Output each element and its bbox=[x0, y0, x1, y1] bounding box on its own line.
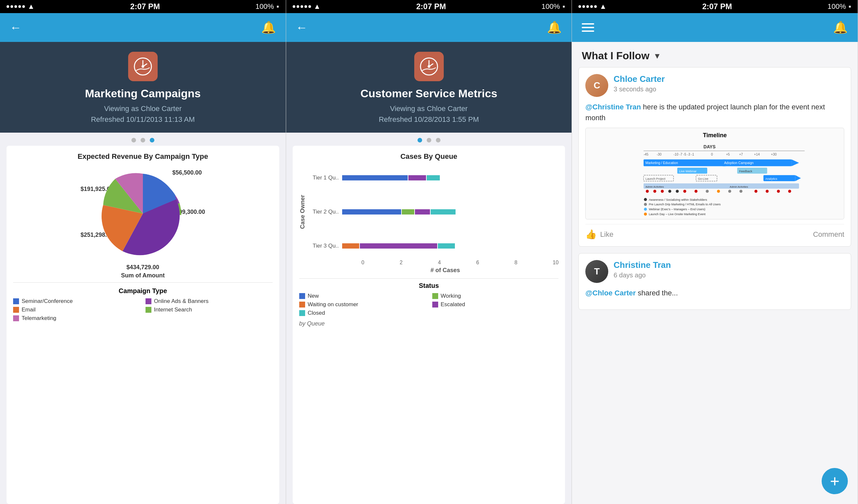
pie-label-434729: $434,729.00 bbox=[127, 264, 159, 271]
svg-text:Feedback: Feedback bbox=[739, 169, 752, 173]
svg-point-51 bbox=[644, 203, 647, 206]
svg-point-1 bbox=[142, 65, 144, 68]
status-working: Working bbox=[432, 293, 559, 299]
svg-point-41 bbox=[706, 190, 709, 193]
post-2-top: T Christine Tran 6 days ago bbox=[585, 260, 844, 283]
christine-name[interactable]: Christine Tran bbox=[614, 260, 671, 270]
svg-text:Webinar (Exec's – Managers – E: Webinar (Exec's – Managers – End Users) bbox=[649, 208, 705, 211]
dot-1-3[interactable] bbox=[150, 138, 154, 143]
toolbar-1: ← 🔔 bbox=[0, 13, 286, 42]
cs-sub1: Viewing as Chloe Carter bbox=[390, 103, 468, 114]
bar-chart-area: Case Owner Tier 1 Qu.. Tier 2 Qu.. bbox=[299, 166, 559, 258]
like-label-1: Like bbox=[600, 230, 613, 239]
bar-label-tier1: Tier 1 Qu.. bbox=[309, 175, 339, 181]
battery-1: 100% bbox=[256, 2, 274, 11]
timeline-svg: DAYS -45 -30 -10 -7 -5 -3 -1 0 +5 +7 +14… bbox=[590, 142, 840, 216]
svg-text:Adoption Campaign: Adoption Campaign bbox=[724, 161, 754, 165]
bar-bars-tier2 bbox=[342, 209, 559, 214]
bell-icon-3[interactable]: 🔔 bbox=[833, 21, 848, 34]
bar-label-tier3: Tier 3 Qu.. bbox=[309, 243, 339, 249]
like-button-1[interactable]: 👍 Like bbox=[585, 229, 613, 240]
avatar-christine: T bbox=[585, 260, 608, 283]
bell-icon-2[interactable]: 🔔 bbox=[547, 21, 562, 34]
svg-point-40 bbox=[695, 190, 697, 193]
dots-1 bbox=[0, 133, 286, 146]
legend-title: Campaign Type bbox=[13, 287, 273, 295]
svg-point-44 bbox=[740, 190, 743, 193]
battery-icon-2: ▪ bbox=[563, 2, 565, 11]
svg-point-3 bbox=[428, 65, 430, 68]
back-button-2[interactable]: ← bbox=[296, 21, 308, 34]
bell-icon-1[interactable]: 🔔 bbox=[261, 21, 276, 34]
status-new: New bbox=[299, 293, 426, 299]
timeline-attachment: Timeline DAYS -45 -30 -10 -7 -5 -3 -1 0 … bbox=[585, 128, 844, 220]
chart-title-2: Cases By Queue bbox=[299, 152, 559, 161]
svg-point-36 bbox=[661, 190, 664, 193]
status-closed: Closed bbox=[299, 310, 426, 316]
pie-legend: Campaign Type Seminar/Conference Online … bbox=[13, 282, 273, 322]
wifi-icon-1: ▲ bbox=[28, 2, 35, 11]
svg-text:Admin Activities: Admin Activities bbox=[730, 185, 748, 188]
svg-text:-45: -45 bbox=[644, 152, 649, 156]
dot-1-2[interactable] bbox=[141, 138, 145, 143]
bar-x-ticks: 0 2 4 6 8 10 bbox=[362, 260, 559, 265]
svg-text:Go-Live: Go-Live bbox=[698, 177, 709, 180]
time-3: 2:07 PM bbox=[702, 2, 732, 11]
dot-2-3[interactable] bbox=[436, 138, 441, 143]
hamburger-menu[interactable] bbox=[582, 23, 594, 32]
dot-2-2[interactable] bbox=[427, 138, 431, 143]
chloe-name[interactable]: Chloe Carter bbox=[614, 74, 665, 84]
x-axis-label: # of Cases bbox=[332, 267, 559, 274]
back-button-1[interactable]: ← bbox=[10, 21, 22, 34]
bar-row-tier1: Tier 1 Qu.. bbox=[309, 166, 559, 190]
marketing-sub1: Viewing as Chloe Carter bbox=[104, 103, 181, 114]
toolbar-2: ← 🔔 bbox=[286, 13, 572, 42]
svg-text:Awareness / Socializing within: Awareness / Socializing within Stakehold… bbox=[649, 198, 707, 201]
chart-title-1: Expected Revenue By Campaign Type bbox=[13, 152, 273, 161]
fab-button[interactable]: + bbox=[822, 468, 848, 494]
svg-point-53 bbox=[644, 208, 647, 211]
legend-color-online bbox=[145, 298, 152, 304]
legend-color-internet bbox=[145, 307, 152, 313]
svg-point-45 bbox=[754, 190, 757, 193]
marketing-sub2: Refreshed 10/11/2013 11:13 AM bbox=[91, 114, 195, 125]
y-axis-label: Case Owner bbox=[299, 166, 306, 258]
time-2: 2:07 PM bbox=[416, 2, 446, 11]
post-1-actions: 👍 Like Comment bbox=[585, 224, 844, 240]
status-bar-3: ▲ 2:07 PM 100% ▪ bbox=[572, 0, 858, 13]
status-legend-section: Status New Working Waiting on customer E… bbox=[299, 278, 559, 327]
pie-chart-main bbox=[99, 169, 187, 258]
feed-post-1: C Chloe Carter 3 seconds ago @Christine … bbox=[578, 67, 851, 247]
svg-point-47 bbox=[777, 190, 780, 193]
time-1: 2:07 PM bbox=[130, 2, 160, 11]
status-waiting: Waiting on customer bbox=[299, 301, 426, 308]
post-2-text: @Chloe Carter shared the... bbox=[585, 288, 844, 298]
dot-1-1[interactable] bbox=[131, 138, 136, 143]
svg-text:-10 -7 -5 -3 -1: -10 -7 -5 -3 -1 bbox=[673, 152, 694, 156]
mention-chloe[interactable]: @Chloe Carter bbox=[585, 289, 635, 297]
bar-bars-tier1 bbox=[342, 175, 559, 180]
svg-marker-18 bbox=[792, 160, 799, 166]
bar-bars-tier3 bbox=[342, 243, 559, 248]
wifi-icon-2: ▲ bbox=[314, 2, 321, 11]
svg-point-38 bbox=[676, 190, 679, 193]
header-banner-1: Marketing Campaigns Viewing as Chloe Car… bbox=[0, 42, 286, 133]
toolbar-3: 🔔 bbox=[572, 13, 858, 42]
comment-button-1[interactable]: Comment bbox=[813, 230, 844, 239]
by-queue: by Queue bbox=[299, 320, 559, 327]
thumbs-up-icon: 👍 bbox=[585, 229, 597, 240]
svg-point-43 bbox=[728, 190, 731, 193]
chevron-down-icon[interactable]: ▼ bbox=[653, 51, 661, 61]
status-escalated: Escalated bbox=[432, 301, 559, 308]
mention-christine[interactable]: @Christine Tran bbox=[585, 103, 641, 111]
cs-title: Customer Service Metrics bbox=[361, 87, 497, 100]
post-2-user-info: Christine Tran 6 days ago bbox=[614, 260, 671, 279]
svg-text:DAYS: DAYS bbox=[704, 144, 716, 149]
chloe-time: 3 seconds ago bbox=[614, 85, 665, 93]
chart-card-2: Cases By Queue Case Owner Tier 1 Qu.. bbox=[293, 146, 565, 504]
dot-2-1[interactable] bbox=[417, 138, 422, 143]
svg-text:+30: +30 bbox=[771, 152, 777, 156]
legend-online-ads: Online Ads & Banners bbox=[145, 298, 273, 305]
comment-label-1: Comment bbox=[813, 230, 844, 239]
wifi-icon-3: ▲ bbox=[600, 2, 607, 11]
